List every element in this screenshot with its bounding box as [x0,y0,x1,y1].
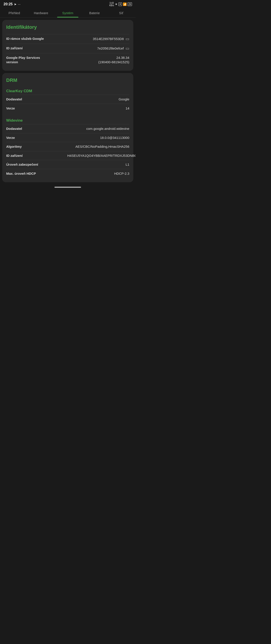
dots-icon: ··· [18,2,21,6]
home-bar [55,187,81,188]
widevine-algoritmy-row: Algoritmy AES/CBC/NoPadding,HmacSHA256 [6,142,129,151]
id-zarizeni-value: 7e20561f8e0efcef [97,46,124,51]
identifiers-title: Identifikátory [6,24,129,30]
widevine-dodavatel-value: com.google.android.widevine [86,126,129,131]
widevine-uroven-row: Úroveň zabezpečení L1 [6,160,129,169]
widevine-verze-value: 18.0.0@341113000 [100,136,129,140]
id-ramce-label: ID rámce služeb Google [6,36,44,41]
home-indicator [0,184,136,189]
drm-title: DRM [6,78,129,83]
network-speed: 3,43 KB/s [109,2,114,7]
google-play-value: 24.38.34 (190400-681941525) [98,56,129,64]
widevine-verze-row: Verze 18.0.0@341113000 [6,133,129,142]
tab-hardware[interactable]: Hardware [28,8,55,18]
widevine-verze-label: Verze [6,136,15,140]
id-zarizeni-label: ID zařízení [6,46,23,50]
google-play-row: Google Play Services version 24.38.34 (1… [6,53,129,66]
id-ramce-row: ID rámce služeb Google 3514E2997BF553D8 … [6,34,129,44]
id-zarizeni-row: ID zařízení 7e20561f8e0efcef ▭ [6,44,129,53]
widevine-id-zarizeni-label: ID zařízení [6,154,23,158]
widevine-algoritmy-value: AES/CBC/NoPadding,HmacSHA256 [76,144,129,149]
widevine-hdcp-value: HDCP-2.3 [114,172,129,176]
id-ramce-value-container: 3514E2997BF553D8 ▭ [93,36,129,41]
id-zarizeni-copy-button[interactable]: ▭ [126,46,129,51]
widevine-subtitle: Widevine [6,116,129,123]
google-play-label: Google Play Services version [6,56,46,64]
widevine-uroven-value: L1 [126,162,129,167]
status-bar-left: 20:25 ➤ ··· [4,2,21,6]
drm-card: DRM ClearKey CDM Dodavatel Google Verze … [2,73,133,182]
status-bar: 20:25 ➤ ··· 3,43 KB/s ✶ ✕ 📶 29 [0,0,136,8]
clearkey-dodavatel-row: Dodavatel Google [6,95,129,104]
battery-icon: 29 [128,2,132,6]
widevine-id-zarizeni-value: H4SEU5YA1QO4YBB/AAEPR/TRDXJ53DNBGWZRXA5J… [67,154,129,158]
widevine-hdcp-label: Max. úroveň HDCP [6,172,36,176]
widevine-hdcp-row: Max. úroveň HDCP HDCP-2.3 [6,169,129,178]
widevine-dodavatel-label: Dodavatel [6,126,22,131]
content-area: Identifikátory ID rámce služeb Google 35… [0,18,136,184]
x-icon: ✕ [118,2,122,6]
clearkey-subtitle: ClearKey CDM [6,87,129,93]
id-ramce-value: 3514E2997BF553D8 [93,37,124,41]
clearkey-verze-value: 14 [126,106,129,110]
clearkey-verze-row: Verze 14 [6,104,129,113]
widevine-id-zarizeni-row: ID zařízení H4SEU5YA1QO4YBB/AAEPR/TRDXJ5… [6,151,129,160]
clearkey-verze-label: Verze [6,106,15,110]
widevine-algoritmy-label: Algoritmy [6,144,22,149]
status-bar-right: 3,43 KB/s ✶ ✕ 📶 29 [109,2,132,7]
status-time: 20:25 [4,2,13,6]
send-icon: ➤ [14,2,17,6]
clearkey-dodavatel-label: Dodavatel [6,97,22,102]
identifiers-card: Identifikátory ID rámce služeb Google 35… [2,20,133,71]
widevine-dodavatel-row: Dodavatel com.google.android.widevine [6,124,129,133]
wifi-icon: 📶 [123,2,127,6]
tab-sit[interactable]: Síť [108,8,135,18]
widevine-uroven-label: Úroveň zabezpečení [6,162,38,167]
bluetooth-icon: ✶ [115,2,118,6]
tab-system[interactable]: Systém [55,8,81,18]
tab-baterie[interactable]: Baterie [81,8,108,18]
tab-prehled[interactable]: Přehled [1,8,28,18]
nav-tabs: Přehled Hardware Systém Baterie Síť [0,8,136,18]
id-ramce-copy-button[interactable]: ▭ [126,36,129,41]
id-zarizeni-value-container: 7e20561f8e0efcef ▭ [97,46,129,51]
clearkey-dodavatel-value: Google [119,97,129,102]
